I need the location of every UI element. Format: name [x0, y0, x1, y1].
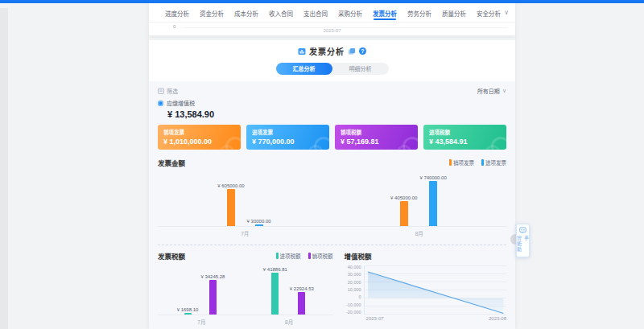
nav-tab-6[interactable]: 采购分析	[338, 4, 362, 22]
y-tick-label: 20,000	[345, 281, 361, 285]
y-tick-label: -10,000	[345, 303, 361, 307]
help-icon[interactable]: ?	[359, 47, 366, 55]
x-label-start: 2023-07	[366, 316, 384, 321]
category-label: 7月	[241, 229, 249, 237]
bar-value-label: ¥ 41886.81	[263, 267, 287, 272]
card-value: ¥ 57,169.81	[341, 138, 412, 146]
chart-legend: 进项税额 销项税额	[276, 252, 333, 260]
bar-group: ¥ 41886.81 ¥ 22924.53	[263, 267, 314, 315]
y-tick-label: 0	[345, 295, 361, 299]
stat-card-4[interactable]: 进项税额 ¥ 43,584.91	[423, 125, 506, 150]
bar-wrap: ¥ 405000.00	[390, 195, 417, 226]
chart-invoice-amount: 发票金额 销项发票 进项发票 ¥ 605000.00 ¥ 30000.00 ¥ …	[158, 158, 506, 237]
nav-tab-5[interactable]: 支出合同	[303, 4, 328, 22]
bar-value-label: ¥ 34245.28	[200, 274, 225, 279]
x-axis-labels: 2023-07 2023-08	[366, 316, 506, 321]
legend-item[interactable]: 进项发票	[481, 158, 506, 167]
kpi-icon	[158, 101, 163, 106]
nav-tab-8[interactable]: 劳务分析	[407, 4, 431, 22]
card-value: ¥ 770,000.00	[252, 138, 324, 146]
tab-detail-analysis[interactable]: 明细分析	[332, 63, 389, 75]
filter-label: 筛选	[167, 87, 178, 95]
card-label: 进项发票	[252, 128, 324, 136]
bar-wrap: ¥ 740000.00	[419, 175, 446, 226]
legend-marker	[481, 159, 484, 166]
nav-tab-3[interactable]: 成本分析	[234, 4, 258, 22]
remnant-axis-zero: 0	[173, 24, 175, 29]
bar-plot: ¥ 605000.00 ¥ 30000.00 ¥ 405000.00 ¥ 740…	[158, 171, 506, 227]
legend-marker	[308, 253, 311, 259]
bar-value-label: ¥ 22924.53	[290, 286, 314, 291]
filter-control[interactable]: 筛选	[158, 87, 178, 95]
nav-tab-7[interactable]: 发票分析	[373, 4, 397, 22]
bar[interactable]	[184, 313, 192, 315]
page-header: 发票分析 ? 汇总分析 明细分析	[149, 40, 515, 81]
tab-summary-analysis[interactable]: 汇总分析	[276, 63, 332, 75]
y-axis-ticks: 40,00030,00020,00010,0000-10,000-20,000	[345, 265, 364, 315]
bar-value-label: ¥ 740000.00	[419, 175, 446, 180]
card-label: 进项税额	[429, 128, 501, 136]
stat-card-1[interactable]: 销项发票 ¥ 1,010,000.00	[158, 125, 241, 150]
x-label-end: 2023-08	[489, 316, 506, 321]
card-value: ¥ 1,010,000.00	[163, 138, 235, 146]
bar[interactable]	[227, 189, 235, 226]
bar[interactable]	[209, 280, 217, 315]
legend-marker	[449, 159, 452, 166]
bar[interactable]	[429, 181, 437, 226]
bar-wrap: ¥ 30000.00	[247, 219, 271, 226]
bar[interactable]	[298, 292, 305, 315]
nav-tabs: 进度分析资金分析成本分析收入合同支出合同采购分析发票分析劳务分析质量分析安全分析	[165, 4, 501, 22]
assistant-chat-icon	[519, 227, 526, 234]
card-label: 销项税额	[341, 128, 412, 136]
chevron-down-icon[interactable]: ∨	[504, 9, 509, 16]
legend-item[interactable]: 销项税额	[308, 252, 333, 260]
legend-marker	[276, 253, 279, 259]
bar-wrap: ¥ 22924.53	[290, 286, 314, 315]
bar-value-label: ¥ 1698.10	[177, 307, 199, 312]
nav-tab-9[interactable]: 质量分析	[442, 4, 466, 22]
chart-title: 增值税额	[345, 251, 372, 261]
filter-icon	[158, 88, 164, 94]
page-title: 发票分析	[309, 45, 345, 57]
y-tick-label: 10,000	[345, 288, 361, 292]
category-label: 8月	[285, 318, 293, 326]
bar[interactable]	[255, 224, 263, 226]
chart-title: 发票金额	[158, 158, 185, 167]
line-plot	[364, 265, 506, 315]
bar[interactable]	[400, 201, 408, 226]
nav-tab-10[interactable]: 安全分析	[477, 4, 501, 22]
chart-legend: 销项发票 进项发票	[449, 158, 506, 167]
y-tick-label: 30,000	[345, 273, 361, 277]
main-panel: 进度分析资金分析成本分析收入合同支出合同采购分析发票分析劳务分析质量分析安全分析…	[149, 3, 515, 329]
stat-card-3[interactable]: 销项税额 ¥ 57,169.81	[335, 125, 418, 150]
chart-vat-amount: 增值税额 40,00030,00020,00010,0000-10,000-20…	[345, 251, 506, 326]
screen: 进度分析资金分析成本分析收入合同支出合同采购分析发票分析劳务分析质量分析安全分析…	[0, 0, 644, 329]
kpi-label: 应缴增值税	[167, 99, 195, 107]
dashed-divider	[158, 245, 506, 245]
stat-cards-row: 销项发票 ¥ 1,010,000.00 进项发票 ¥ 770,000.00 销项…	[158, 125, 506, 150]
nav-tab-2[interactable]: 资金分析	[200, 4, 224, 22]
date-filter-dropdown[interactable]: 所有日期 ∨	[477, 87, 506, 95]
legend-item[interactable]: 进项税额	[276, 252, 301, 260]
date-filter-value: 所有日期	[477, 87, 500, 95]
nav-tab-1[interactable]: 进度分析	[165, 4, 189, 22]
bar-value-label: ¥ 605000.00	[217, 183, 244, 188]
legend-label: 进项税额	[280, 252, 301, 260]
nav-tab-4[interactable]: 收入合同	[269, 4, 293, 22]
dashboard-content: 筛选 所有日期 ∨ 应缴增值税 ¥ 13,584.90 销项发票 ¥ 1,010…	[149, 81, 515, 329]
card-label: 销项发票	[163, 128, 235, 136]
assistant-label: 智能助手	[516, 236, 530, 257]
bar-value-label: ¥ 30000.00	[247, 219, 271, 224]
kpi-vat-payable: 应缴增值税 ¥ 13,584.90	[158, 99, 506, 119]
assistant-float-button[interactable]: 智能助手	[516, 224, 530, 257]
legend-item[interactable]: 销项发票	[449, 158, 474, 167]
bar[interactable]	[271, 273, 279, 315]
bar-value-label: ¥ 405000.00	[390, 195, 417, 200]
stat-card-2[interactable]: 进项发票 ¥ 770,000.00	[246, 125, 329, 150]
analysis-mode-switch: 汇总分析 明细分析	[276, 63, 389, 75]
module-tab-bar: 进度分析资金分析成本分析收入合同支出合同采购分析发票分析劳务分析质量分析安全分析…	[149, 3, 515, 23]
category-label: 7月	[197, 318, 205, 326]
chart-invoice-tax: 发票税额 进项税额 销项税额 ¥ 1698.10 ¥ 34245.28 ¥ 41…	[158, 251, 333, 326]
share-icon[interactable]	[348, 47, 356, 56]
bar-wrap: ¥ 1698.10	[177, 307, 199, 315]
